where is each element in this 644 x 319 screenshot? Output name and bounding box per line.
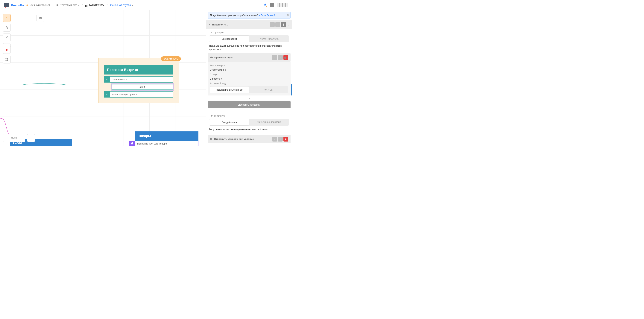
node-title: Товары (135, 132, 198, 140)
action-type-label: Тип действия: (209, 114, 289, 117)
check-body: Тип проверки: Статус лида▼ Статус: В раб… (208, 62, 290, 96)
gift-icon (129, 140, 135, 146)
check-header[interactable]: Проверка лида ↓ ↑ (208, 53, 290, 62)
move-up-button[interactable]: ↑ (278, 137, 283, 142)
node-goods[interactable]: Товары Название третьего товара Группа: … (135, 132, 198, 146)
duplicate-button[interactable] (36, 14, 44, 22)
zoom-value: 150% (9, 137, 19, 140)
active-lead-segment: Последний изменённый ID лида (210, 86, 288, 93)
seg-all-actions[interactable]: Все действия (209, 119, 249, 126)
rule-handle-icon[interactable] (104, 76, 110, 82)
zoom-out-button[interactable]: − (4, 136, 9, 140)
grid-icon (210, 138, 212, 140)
seg-any-check[interactable]: Любая проверка (249, 36, 289, 42)
move-down-button[interactable]: ↓ (272, 137, 277, 142)
seg-all-checks[interactable]: Все проверки (209, 36, 249, 42)
canvas[interactable]: ✕ ДОБАВЛЕНО Проверка Битрикс Правило № 1… (0, 10, 206, 146)
svg-rect-0 (56, 4, 58, 6)
rule-row[interactable]: Правило № 1 (104, 76, 173, 82)
goods-card[interactable]: Название третьего товара Группа: Группа … (135, 140, 198, 146)
frame-button[interactable] (3, 56, 11, 64)
delete-button[interactable] (284, 55, 288, 60)
rule-header[interactable]: Правило №1 ↓ ↑ ⋮ ⌄ (206, 20, 292, 29)
move-up-button[interactable]: ↑ (278, 55, 283, 60)
check-type-segment: Все проверки Любая проверка (209, 36, 289, 42)
check-hint: Правило будет выполнено при соответствии… (209, 44, 289, 51)
add-check-button[interactable]: Добавить проверку (208, 101, 290, 108)
node-title: Проверка Битрикс (104, 65, 173, 74)
close-button[interactable]: ✕ (3, 34, 11, 41)
header: PuzzleBot :// Личный кабинет / Тестовый … (0, 0, 292, 10)
move-down-button[interactable]: ↓ (272, 55, 277, 60)
more-button[interactable]: ⋮ (281, 22, 286, 27)
seg-random-action[interactable]: Случайное действие (249, 119, 289, 126)
zoom-in-button[interactable]: + (19, 136, 24, 140)
cloud-icon (210, 56, 213, 59)
close-icon[interactable]: × (287, 13, 289, 17)
move-up-button[interactable]: ↑ (276, 22, 280, 27)
delete-button[interactable] (284, 137, 288, 142)
check-type-dropdown[interactable]: Статус лида▼ (210, 68, 288, 71)
action-hint: Будут выполнены последовательно все дейс… (209, 128, 289, 131)
side-panel: Подробная инструкция по работе Условий в… (206, 10, 292, 146)
start-command[interactable]: /start (112, 84, 173, 90)
node-condition[interactable]: ДОБАВЛЕНО Проверка Битрикс Правило № 1 /… (98, 58, 179, 103)
undo-button[interactable] (3, 24, 11, 32)
kb-link[interactable]: в Базе Знаний (259, 14, 275, 17)
status-dropdown[interactable]: В работе▼ (210, 77, 288, 80)
wire (0, 76, 105, 85)
zoom-controls: − 150% + (3, 134, 35, 142)
delete-button[interactable] (3, 46, 11, 54)
caret-down-icon: ▼ (132, 4, 134, 6)
action-header[interactable]: Отправить команду или условие ↓ ↑ (208, 135, 290, 144)
svg-rect-12 (211, 139, 212, 140)
rule-handle-icon[interactable] (104, 91, 110, 98)
toolbar-top: ✕ (3, 14, 11, 51)
crumb-group[interactable]: Основная группа▼ (109, 3, 135, 7)
grid-icon (85, 5, 88, 7)
avatar[interactable] (270, 3, 274, 7)
logo-icon[interactable] (4, 3, 9, 7)
caret-down-icon: ▼ (77, 4, 79, 6)
svg-rect-9 (210, 138, 211, 139)
scrollbar[interactable] (291, 84, 292, 96)
and-separator: и (206, 96, 292, 101)
crumb-builder[interactable]: Конструктор (84, 2, 106, 8)
svg-rect-11 (210, 139, 211, 140)
slash-icon: :// (26, 3, 28, 7)
rule-row[interactable]: Исключающее правило (104, 91, 173, 98)
chevron-down-icon[interactable]: ⌄ (288, 23, 290, 26)
upload-button[interactable] (3, 14, 11, 22)
move-down-button[interactable]: ↓ (270, 22, 275, 27)
robot-icon (56, 4, 59, 6)
triangle-down-icon (208, 23, 211, 26)
crumb-cabinet[interactable]: Личный кабинет (29, 3, 52, 7)
seg-lead-id[interactable]: ID лида (249, 86, 288, 93)
badge-added: ДОБАВЛЕНО (161, 56, 181, 61)
info-banner: Подробная инструкция по работе Условий в… (208, 12, 290, 19)
action-type-segment: Все действия Случайное действие (209, 119, 289, 126)
toolbar-side (3, 46, 11, 64)
fullscreen-button[interactable] (27, 134, 35, 142)
crumb-bot[interactable]: Тестовый бот▼ (55, 3, 81, 7)
bell-icon[interactable] (264, 3, 267, 7)
barcode-icon (277, 3, 288, 7)
goods-name: Название третьего товара (135, 141, 198, 146)
seg-last-modified[interactable]: Последний изменённый (210, 86, 249, 93)
check-type-label: Тип проверки: (209, 31, 289, 34)
brand[interactable]: PuzzleBot (11, 4, 25, 7)
svg-rect-10 (211, 138, 212, 139)
